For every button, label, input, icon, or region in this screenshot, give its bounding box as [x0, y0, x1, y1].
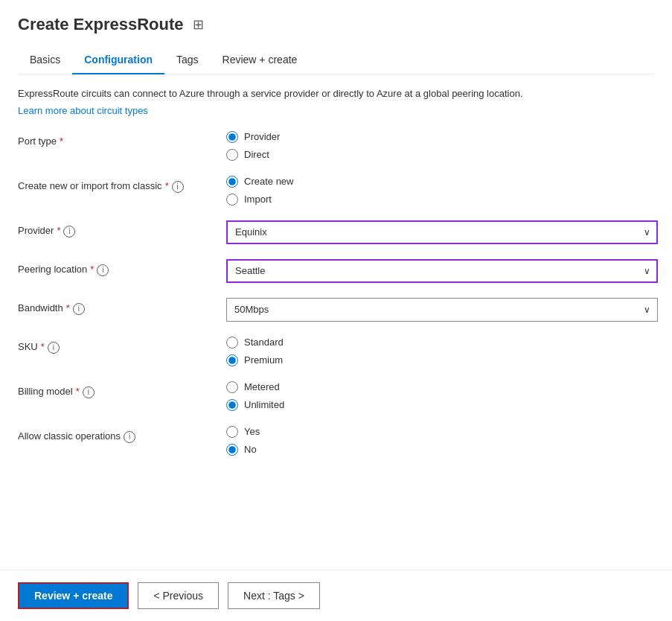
peering-location-select[interactable]: Seattle Chicago Dallas New York: [226, 259, 658, 283]
provider-select[interactable]: Equinix AT&T Verizon CenturyLink: [226, 220, 658, 244]
provider-label: Provider: [18, 225, 54, 236]
bandwidth-label-col: Bandwidth * i: [18, 298, 226, 315]
allow-classic-label: Allow classic operations: [18, 430, 121, 442]
sku-controls: Standard Premium: [226, 337, 654, 366]
tab-basics[interactable]: Basics: [18, 46, 72, 74]
provider-required: *: [57, 225, 60, 236]
create-import-controls: Create new Import: [226, 176, 654, 206]
form-section: Port type * Provider Direct: [18, 131, 654, 456]
bandwidth-required: *: [66, 302, 70, 313]
info-text: ExpressRoute circuits can connect to Azu…: [18, 86, 654, 101]
sku-required: *: [41, 341, 45, 352]
sku-row: SKU * i Standard Premium: [18, 337, 654, 366]
peering-location-select-wrapper: Seattle Chicago Dallas New York: [226, 259, 658, 283]
billing-model-required: *: [76, 386, 80, 397]
billing-metered-label: Metered: [244, 381, 280, 392]
port-type-direct-label: Direct: [244, 149, 269, 160]
sku-label: SKU: [18, 341, 38, 352]
create-import-required: *: [165, 180, 169, 191]
billing-unlimited-label: Unlimited: [244, 399, 284, 410]
port-type-label-col: Port type *: [18, 131, 226, 147]
port-type-provider-label: Provider: [244, 131, 280, 142]
create-import-label-col: Create new or import from classic * i: [18, 176, 226, 193]
peering-location-controls: Seattle Chicago Dallas New York: [226, 259, 658, 283]
review-create-button[interactable]: Review + create: [18, 582, 129, 609]
allow-classic-yes-radio[interactable]: [226, 426, 238, 438]
billing-model-info-icon[interactable]: i: [83, 386, 95, 398]
create-import-info-icon[interactable]: i: [172, 181, 184, 193]
allow-classic-yes-option[interactable]: Yes: [226, 426, 654, 438]
allow-classic-yes-label: Yes: [244, 426, 260, 437]
sku-standard-radio[interactable]: [226, 337, 238, 348]
peering-location-row: Peering location * i Seattle Chicago Dal…: [18, 259, 654, 283]
bandwidth-select-wrapper: 50Mbps 100Mbps 200Mbps 500Mbps 1Gbps 2Gb…: [226, 298, 658, 322]
port-type-label: Port type: [18, 136, 57, 147]
sku-info-icon[interactable]: i: [48, 342, 60, 354]
sku-standard-label: Standard: [244, 337, 284, 348]
billing-model-label-col: Billing model * i: [18, 381, 226, 398]
import-label: Import: [244, 194, 272, 205]
main-content: Create ExpressRoute ⊞ Basics Configurati…: [0, 0, 672, 570]
import-radio[interactable]: [226, 194, 238, 206]
port-type-required: *: [60, 136, 63, 147]
next-tags-button[interactable]: Next : Tags >: [228, 582, 320, 609]
tabs-container: Basics Configuration Tags Review + creat…: [18, 46, 654, 74]
feedback-icon[interactable]: ⊞: [193, 16, 204, 33]
bandwidth-info-icon[interactable]: i: [73, 303, 85, 315]
sku-premium-label: Premium: [244, 354, 283, 366]
allow-classic-row: Allow classic operations i Yes No: [18, 426, 654, 456]
create-new-label: Create new: [244, 176, 293, 187]
bandwidth-row: Bandwidth * i 50Mbps 100Mbps 200Mbps 500…: [18, 298, 654, 322]
create-import-label: Create new or import from classic: [18, 180, 162, 191]
tab-review-create[interactable]: Review + create: [211, 46, 310, 74]
billing-model-row: Billing model * i Metered Unlimited: [18, 381, 654, 411]
page-title-row: Create ExpressRoute ⊞: [18, 15, 654, 34]
billing-model-label: Billing model: [18, 386, 73, 397]
billing-unlimited-option[interactable]: Unlimited: [226, 399, 654, 411]
sku-standard-option[interactable]: Standard: [226, 337, 654, 348]
peering-location-label-col: Peering location * i: [18, 259, 226, 276]
port-type-provider-option[interactable]: Provider: [226, 131, 654, 143]
port-type-provider-radio[interactable]: [226, 131, 238, 143]
port-type-direct-radio[interactable]: [226, 149, 238, 161]
peering-location-info-icon[interactable]: i: [97, 264, 109, 276]
allow-classic-controls: Yes No: [226, 426, 654, 456]
port-type-controls: Provider Direct: [226, 131, 654, 161]
sku-premium-radio[interactable]: [226, 354, 238, 366]
allow-classic-no-radio[interactable]: [226, 444, 238, 456]
create-import-row: Create new or import from classic * i Cr…: [18, 176, 654, 206]
peering-location-label: Peering location: [18, 264, 87, 275]
create-new-option[interactable]: Create new: [226, 176, 654, 188]
port-type-row: Port type * Provider Direct: [18, 131, 654, 161]
sku-premium-option[interactable]: Premium: [226, 354, 654, 366]
footer: Review + create < Previous Next : Tags >: [0, 570, 672, 621]
tab-tags[interactable]: Tags: [164, 46, 211, 74]
provider-controls: Equinix AT&T Verizon CenturyLink: [226, 220, 658, 244]
allow-classic-info-icon[interactable]: i: [124, 431, 135, 443]
bandwidth-select[interactable]: 50Mbps 100Mbps 200Mbps 500Mbps 1Gbps 2Gb…: [226, 298, 658, 322]
port-type-direct-option[interactable]: Direct: [226, 149, 654, 161]
page-title: Create ExpressRoute: [18, 15, 184, 34]
create-new-radio[interactable]: [226, 176, 238, 188]
bandwidth-controls: 50Mbps 100Mbps 200Mbps 500Mbps 1Gbps 2Gb…: [226, 298, 658, 322]
sku-label-col: SKU * i: [18, 337, 226, 354]
allow-classic-label-col: Allow classic operations i: [18, 426, 226, 443]
billing-model-controls: Metered Unlimited: [226, 381, 654, 411]
peering-location-required: *: [90, 264, 94, 275]
billing-metered-option[interactable]: Metered: [226, 381, 654, 393]
provider-info-icon[interactable]: i: [63, 226, 75, 238]
billing-unlimited-radio[interactable]: [226, 399, 238, 411]
page-container: Create ExpressRoute ⊞ Basics Configurati…: [0, 0, 672, 621]
billing-metered-radio[interactable]: [226, 381, 238, 393]
tab-configuration[interactable]: Configuration: [72, 46, 164, 74]
provider-label-col: Provider * i: [18, 220, 226, 238]
learn-more-link[interactable]: Learn more about circuit types: [18, 105, 148, 116]
import-option[interactable]: Import: [226, 194, 654, 206]
allow-classic-no-option[interactable]: No: [226, 444, 654, 456]
bandwidth-label: Bandwidth: [18, 302, 63, 313]
provider-select-wrapper: Equinix AT&T Verizon CenturyLink: [226, 220, 658, 244]
provider-row: Provider * i Equinix AT&T Verizon Centur…: [18, 220, 654, 244]
allow-classic-no-label: No: [244, 444, 257, 455]
previous-button[interactable]: < Previous: [138, 582, 219, 609]
